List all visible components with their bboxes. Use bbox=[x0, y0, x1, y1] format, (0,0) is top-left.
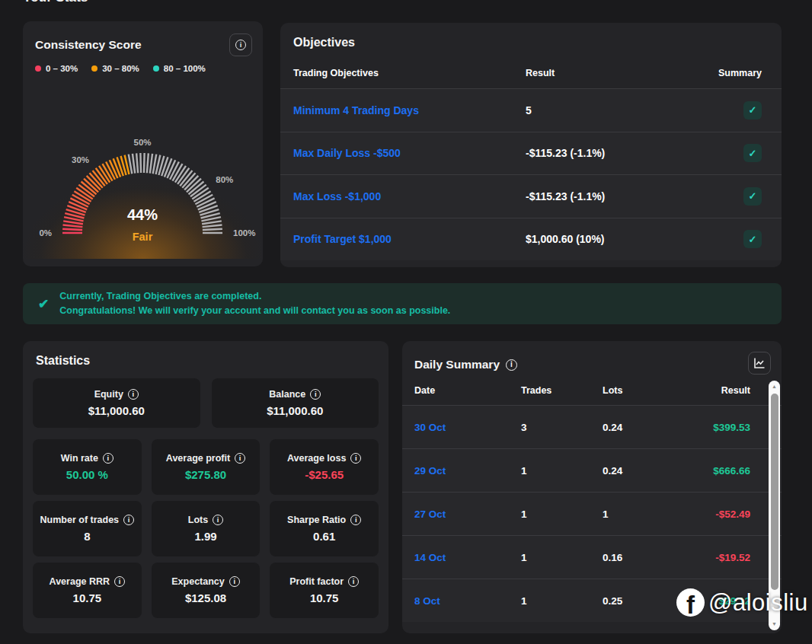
daily-summary-info-icon[interactable]: i bbox=[506, 359, 517, 371]
line-chart-icon bbox=[753, 357, 766, 369]
scroll-down-arrow-icon[interactable]: ▼ bbox=[769, 620, 780, 628]
objective-result: -$115.23 (-1.1%) bbox=[526, 190, 698, 202]
legend-dot-icon bbox=[91, 65, 98, 72]
stat-value: 10.75 bbox=[310, 591, 339, 604]
stat-label: Equity bbox=[94, 389, 123, 400]
consistency-gauge: 0%30%50%80%100%44%Fair bbox=[23, 76, 263, 259]
result-value: -$52.49 bbox=[674, 509, 750, 520]
objective-link[interactable]: Minimum 4 Trading Days bbox=[293, 104, 526, 116]
info-icon[interactable]: i bbox=[123, 515, 134, 525]
info-icon[interactable]: i bbox=[229, 576, 240, 587]
date-link[interactable]: 14 Oct bbox=[414, 552, 521, 563]
date-link[interactable]: 27 Oct bbox=[414, 509, 521, 520]
watermark-handle: @aloisliu bbox=[708, 589, 808, 617]
svg-text:100%: 100% bbox=[233, 228, 255, 238]
stat-value: $11,000.60 bbox=[267, 404, 323, 417]
stat-tile: Sharpe Ratio i 0.61 bbox=[270, 501, 379, 556]
check-badge-icon: ✓ bbox=[743, 144, 762, 162]
objectives-completed-banner: ✔ Currently, Trading Objectives are comp… bbox=[23, 283, 782, 324]
objectives-row: Max Daily Loss -$500 -$115.23 (-1.1%) ✓ bbox=[280, 132, 782, 175]
legend-dot-icon bbox=[153, 65, 159, 72]
column-trading-objectives: Trading Objectives bbox=[293, 68, 526, 78]
consistency-info-button[interactable]: i bbox=[229, 33, 252, 56]
facebook-icon: f bbox=[676, 588, 705, 617]
svg-text:Fair: Fair bbox=[133, 231, 153, 243]
stat-label: Profit factor bbox=[289, 576, 344, 587]
info-icon[interactable]: i bbox=[310, 389, 321, 400]
info-icon[interactable]: i bbox=[114, 576, 125, 587]
statistics-tiles: Win rate i 50.00 % Average profit i $275… bbox=[23, 439, 388, 618]
stat-value: 10.75 bbox=[73, 591, 102, 604]
svg-text:50%: 50% bbox=[133, 138, 151, 147]
stat-value: -$25.65 bbox=[305, 468, 344, 481]
objectives-rows: Minimum 4 Trading Days 5 ✓ Max Daily Los… bbox=[280, 88, 782, 260]
lots-value: 0.25 bbox=[603, 595, 674, 607]
stat-label: Average profit bbox=[166, 453, 230, 464]
info-icon[interactable]: i bbox=[128, 389, 139, 400]
legend-label: 30 – 80% bbox=[102, 64, 139, 73]
legend-label: 80 – 100% bbox=[164, 64, 206, 73]
watermark: f @aloisliu bbox=[676, 588, 808, 617]
trades-value: 1 bbox=[521, 552, 603, 563]
stat-tile: Lots i 1.99 bbox=[152, 501, 261, 556]
lots-value: 0.24 bbox=[603, 465, 674, 477]
objectives-card: Objectives Trading Objectives Result Sum… bbox=[280, 23, 782, 267]
legend-label: 0 – 30% bbox=[46, 64, 78, 73]
column-lots: Lots bbox=[603, 385, 674, 396]
stat-value: 50.00 % bbox=[66, 468, 108, 481]
result-value: $399.53 bbox=[674, 422, 750, 433]
consistency-score-card: Consistency Score i 0 – 30% 30 – 80% 80 … bbox=[23, 21, 263, 266]
date-link[interactable]: 29 Oct bbox=[414, 465, 521, 477]
objective-result: -$115.23 (-1.1%) bbox=[526, 147, 698, 159]
daily-summary-table-header: Date Trades Lots Result bbox=[402, 375, 782, 405]
daily-summary-row: 29 Oct 1 0.24 $666.66 bbox=[402, 448, 782, 492]
lots-value: 0.24 bbox=[603, 422, 674, 433]
consistency-legend: 0 – 30% 30 – 80% 80 – 100% bbox=[23, 61, 263, 73]
info-icon[interactable]: i bbox=[235, 453, 245, 464]
stat-tile: Average profit i $275.80 bbox=[152, 439, 261, 495]
check-badge-icon: ✓ bbox=[743, 187, 762, 206]
daily-summary-row: 14 Oct 1 0.16 -$19.52 bbox=[402, 535, 782, 579]
objective-link[interactable]: Max Loss -$1,000 bbox=[293, 190, 526, 202]
banner-text: Currently, Trading Objectives are comple… bbox=[59, 289, 450, 319]
stat-label: Lots bbox=[188, 515, 208, 525]
banner-line-2: Congratulations! We will verify your acc… bbox=[59, 304, 450, 318]
page-title: Your Stats bbox=[23, 0, 88, 5]
column-result: Result bbox=[526, 68, 698, 78]
objective-link[interactable]: Profit Target $1,000 bbox=[293, 233, 526, 245]
scroll-up-arrow-icon[interactable]: ▲ bbox=[769, 383, 780, 391]
scrollbar-thumb[interactable] bbox=[771, 394, 778, 590]
objectives-row: Minimum 4 Trading Days 5 ✓ bbox=[280, 88, 782, 132]
stat-label: Average RRR bbox=[50, 576, 110, 587]
statistics-card: Statistics Equity i $11,000.60 Balance i… bbox=[23, 341, 388, 633]
info-icon[interactable]: i bbox=[213, 515, 223, 525]
trades-value: 1 bbox=[521, 595, 603, 607]
stat-value: $125.08 bbox=[185, 591, 226, 604]
column-date: Date bbox=[414, 385, 521, 396]
trades-value: 3 bbox=[521, 422, 603, 433]
legend-dot-icon bbox=[35, 65, 41, 72]
svg-text:80%: 80% bbox=[216, 175, 233, 184]
stat-tile: Average loss i -$25.65 bbox=[270, 439, 379, 495]
daily-summary-chart-button[interactable] bbox=[748, 352, 771, 375]
info-icon[interactable]: i bbox=[350, 515, 361, 525]
objectives-title: Objectives bbox=[280, 23, 782, 49]
info-icon[interactable]: i bbox=[103, 453, 113, 464]
stat-label: Expectancy bbox=[171, 576, 224, 587]
stat-label: Balance bbox=[269, 389, 305, 400]
svg-text:44%: 44% bbox=[127, 206, 158, 223]
stat-label: Sharpe Ratio bbox=[287, 515, 346, 525]
statistics-title: Statistics bbox=[23, 341, 388, 378]
stat-tile: Average RRR i 10.75 bbox=[33, 563, 142, 618]
check-icon: ✔ bbox=[38, 296, 49, 312]
trades-value: 1 bbox=[521, 465, 603, 477]
info-icon[interactable]: i bbox=[350, 453, 361, 464]
objective-link[interactable]: Max Daily Loss -$500 bbox=[293, 147, 526, 159]
info-icon[interactable]: i bbox=[348, 576, 359, 587]
date-link[interactable]: 8 Oct bbox=[414, 595, 521, 607]
stat-tile: Balance i $11,000.60 bbox=[212, 378, 379, 428]
svg-text:30%: 30% bbox=[72, 155, 89, 164]
objectives-row: Max Loss -$1,000 -$115.23 (-1.1%) ✓ bbox=[280, 174, 782, 218]
stat-value: 1.99 bbox=[194, 530, 216, 543]
date-link[interactable]: 30 Oct bbox=[414, 422, 521, 433]
